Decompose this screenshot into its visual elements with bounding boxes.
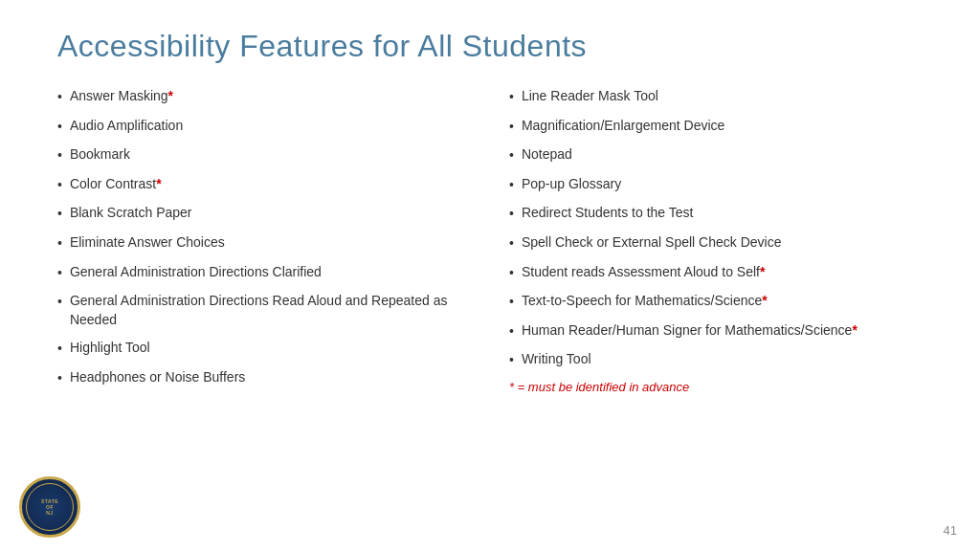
item-text-general-admin-2: General Administration Directions Read A… <box>70 292 471 329</box>
list-item: •Highlight Tool <box>57 339 471 359</box>
list-item: •Line Reader Mask Tool <box>509 87 923 107</box>
page-number: 41 <box>944 523 957 538</box>
item-text-bookmark: Bookmark <box>70 145 471 165</box>
list-item: •Student reads Assessment Aloud to Self* <box>509 263 923 283</box>
list-item: •Color Contrast* <box>57 175 471 195</box>
content-area: •Answer Masking*•Audio Amplification•Boo… <box>57 87 923 398</box>
required-star: * <box>760 264 765 279</box>
required-star: * <box>156 176 161 191</box>
bullet-icon: • <box>509 351 514 370</box>
bullet-icon: • <box>509 264 514 283</box>
list-item: •Bookmark <box>57 145 471 165</box>
bullet-icon: • <box>57 146 62 165</box>
item-text-answer-masking: Answer Masking* <box>70 87 471 106</box>
bullet-icon: • <box>57 369 62 388</box>
list-item: •Redirect Students to the Test <box>509 204 923 224</box>
list-item: •Answer Masking* <box>57 87 471 107</box>
left-column: •Answer Masking*•Audio Amplification•Boo… <box>57 87 471 398</box>
bullet-icon: • <box>509 205 514 224</box>
list-item: •Headphones or Noise Buffers <box>57 368 471 388</box>
list-item: •Notepad <box>509 145 923 165</box>
bullet-icon: • <box>509 293 514 312</box>
bullet-icon: • <box>509 176 514 195</box>
required-star: * <box>168 88 173 103</box>
list-item: •General Administration Directions Clari… <box>57 263 471 283</box>
item-text-blank-scratch-paper: Blank Scratch Paper <box>70 204 471 223</box>
required-star: * <box>762 293 767 308</box>
item-text-student-reads: Student reads Assessment Aloud to Self* <box>522 263 923 282</box>
bullet-icon: • <box>57 118 62 137</box>
list-item: •Eliminate Answer Choices <box>57 233 471 253</box>
bullet-icon: • <box>57 234 62 253</box>
item-text-notepad: Notepad <box>522 145 923 165</box>
list-item: •Text-to-Speech for Mathematics/Science* <box>509 292 923 312</box>
list-item: •Pop-up Glossary <box>509 175 923 195</box>
item-text-audio-amplification: Audio Amplification <box>70 117 471 136</box>
item-text-redirect-students: Redirect Students to the Test <box>522 204 923 223</box>
slide-container: Accessibility Features for All Students … <box>0 0 980 551</box>
item-text-writing-tool: Writing Tool <box>522 350 923 369</box>
footnote: * = must be identified in advance <box>509 380 923 394</box>
item-text-spell-check: Spell Check or External Spell Check Devi… <box>522 233 923 253</box>
item-text-magnification: Magnification/Enlargement Device <box>522 117 923 136</box>
list-item: •Blank Scratch Paper <box>57 204 471 224</box>
item-text-popup-glossary: Pop-up Glossary <box>522 175 923 194</box>
bullet-icon: • <box>57 293 62 312</box>
item-text-text-to-speech: Text-to-Speech for Mathematics/Science* <box>522 292 923 311</box>
bullet-icon: • <box>57 205 62 224</box>
required-star: * <box>852 322 857 338</box>
list-item: •Magnification/Enlargement Device <box>509 117 923 137</box>
bullet-icon: • <box>57 88 62 107</box>
list-item: •General Administration Directions Read … <box>57 292 471 329</box>
bullet-icon: • <box>509 118 514 137</box>
bullet-icon: • <box>57 264 62 283</box>
bullet-icon: • <box>57 340 62 359</box>
bullet-icon: • <box>509 88 514 107</box>
list-item: •Audio Amplification <box>57 117 471 137</box>
slide-title: Accessibility Features for All Students <box>57 29 923 64</box>
bullet-icon: • <box>509 322 514 342</box>
list-item: •Spell Check or External Spell Check Dev… <box>509 233 923 253</box>
item-text-human-reader: Human Reader/Human Signer for Mathematic… <box>522 321 923 341</box>
item-text-color-contrast: Color Contrast* <box>70 175 471 194</box>
item-text-general-admin-1: General Administration Directions Clarif… <box>70 263 471 282</box>
right-column: •Line Reader Mask Tool•Magnification/Enl… <box>509 87 923 398</box>
list-item: •Human Reader/Human Signer for Mathemati… <box>509 321 923 342</box>
bullet-icon: • <box>509 234 514 253</box>
nj-seal: STATEOFNJ <box>19 476 80 538</box>
item-text-eliminate-answer-choices: Eliminate Answer Choices <box>70 233 471 253</box>
bullet-icon: • <box>509 146 514 165</box>
list-item: •Writing Tool <box>509 350 923 370</box>
item-text-line-reader: Line Reader Mask Tool <box>522 87 923 106</box>
bullet-icon: • <box>57 176 62 195</box>
item-text-headphones: Headphones or Noise Buffers <box>70 368 471 387</box>
item-text-highlight-tool: Highlight Tool <box>70 339 471 358</box>
